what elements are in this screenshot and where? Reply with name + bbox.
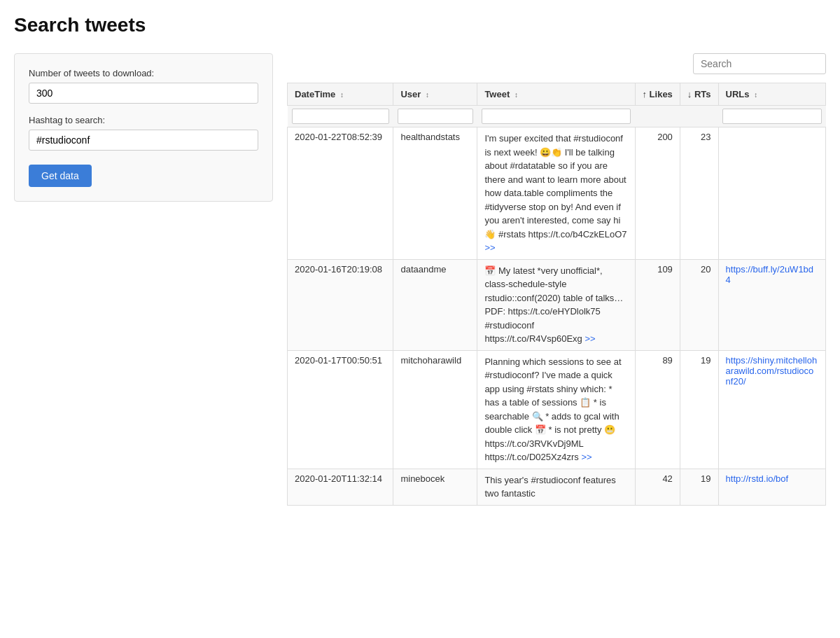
page-title: Search tweets — [14, 14, 826, 36]
col-rts[interactable]: ↓ RTs — [680, 83, 718, 106]
cell-rts: 19 — [680, 469, 718, 505]
cell-likes: 109 — [635, 259, 680, 350]
table-filter-row — [288, 106, 826, 127]
cell-datetime: 2020-01-17T00:50:51 — [288, 350, 393, 469]
cell-rts: 20 — [680, 259, 718, 350]
hashtag-input[interactable] — [29, 130, 258, 151]
cell-urls: https://shiny.mitchelloharawild.com/rstu… — [718, 350, 825, 469]
table-header-row: DateTime ↕ User ↕ Tweet ↕ ↑ Likes — [288, 83, 826, 106]
table-row: 2020-01-17T00:50:51mitchoharawildPlannin… — [288, 350, 826, 469]
filter-datetime[interactable] — [292, 109, 389, 124]
cell-datetime: 2020-01-20T11:32:14 — [288, 469, 393, 505]
num-tweets-field-group: Number of tweets to download: — [29, 68, 258, 104]
cell-tweet: I'm super excited that #rstudioconf is n… — [477, 127, 635, 260]
url-link[interactable]: https://shiny.mitchelloharawild.com/rstu… — [726, 355, 818, 387]
cell-likes: 42 — [635, 469, 680, 505]
user-sort-icon: ↕ — [426, 91, 429, 99]
cell-likes: 200 — [635, 127, 680, 260]
num-tweets-label: Number of tweets to download: — [29, 68, 258, 78]
cell-user: dataandme — [393, 259, 477, 350]
datetime-sort-icon: ↕ — [340, 91, 344, 99]
cell-user: healthandstats — [393, 127, 477, 260]
see-more-link[interactable]: >> — [484, 242, 495, 253]
table-row: 2020-01-16T20:19:08dataandme📅 My latest … — [288, 259, 826, 350]
cell-datetime: 2020-01-16T20:19:08 — [288, 259, 393, 350]
col-urls[interactable]: URLs ↕ — [718, 83, 825, 106]
url-link[interactable]: https://buff.ly/2uW1bd4 — [726, 264, 814, 285]
see-more-link[interactable]: >> — [579, 452, 592, 462]
hashtag-label: Hashtag to search: — [29, 115, 258, 125]
main-content: DateTime ↕ User ↕ Tweet ↕ ↑ Likes — [287, 53, 826, 506]
table-row: 2020-01-22T08:52:39healthandstatsI'm sup… — [288, 127, 826, 260]
tweets-table: DateTime ↕ User ↕ Tweet ↕ ↑ Likes — [287, 83, 826, 506]
cell-rts: 19 — [680, 350, 718, 469]
see-more-link[interactable]: >> — [582, 333, 596, 344]
urls-sort-icon: ↕ — [754, 91, 757, 99]
cell-user: minebocek — [393, 469, 477, 505]
cell-likes: 89 — [635, 350, 680, 469]
sidebar: Number of tweets to download: Hashtag to… — [14, 53, 273, 202]
filter-tweet[interactable] — [482, 109, 631, 124]
cell-urls: http://rstd.io/bof — [718, 469, 825, 505]
cell-rts: 23 — [680, 127, 718, 260]
cell-tweet: This year's #rstudioconf features two fa… — [477, 469, 635, 505]
cell-tweet: Planning which sessions to see at #rstud… — [477, 350, 635, 469]
search-bar-row — [287, 53, 826, 74]
col-tweet[interactable]: Tweet ↕ — [477, 83, 635, 106]
search-input[interactable] — [693, 53, 826, 74]
table-row: 2020-01-20T11:32:14minebocekThis year's … — [288, 469, 826, 505]
col-datetime[interactable]: DateTime ↕ — [288, 83, 393, 106]
get-data-button[interactable]: Get data — [29, 165, 92, 187]
filter-user[interactable] — [398, 109, 473, 124]
cell-user: mitchoharawild — [393, 350, 477, 469]
col-likes[interactable]: ↑ Likes — [635, 83, 680, 106]
cell-urls — [718, 127, 825, 260]
url-link[interactable]: http://rstd.io/bof — [726, 473, 789, 484]
table-body: 2020-01-22T08:52:39healthandstatsI'm sup… — [288, 127, 826, 506]
hashtag-field-group: Hashtag to search: — [29, 115, 258, 151]
tweet-sort-icon: ↕ — [514, 91, 518, 99]
cell-datetime: 2020-01-22T08:52:39 — [288, 127, 393, 260]
num-tweets-input[interactable] — [29, 83, 258, 104]
cell-tweet: 📅 My latest *very unofficial*, class-sch… — [477, 259, 635, 350]
col-user[interactable]: User ↕ — [393, 83, 477, 106]
cell-urls: https://buff.ly/2uW1bd4 — [718, 259, 825, 350]
filter-urls[interactable] — [722, 109, 821, 124]
